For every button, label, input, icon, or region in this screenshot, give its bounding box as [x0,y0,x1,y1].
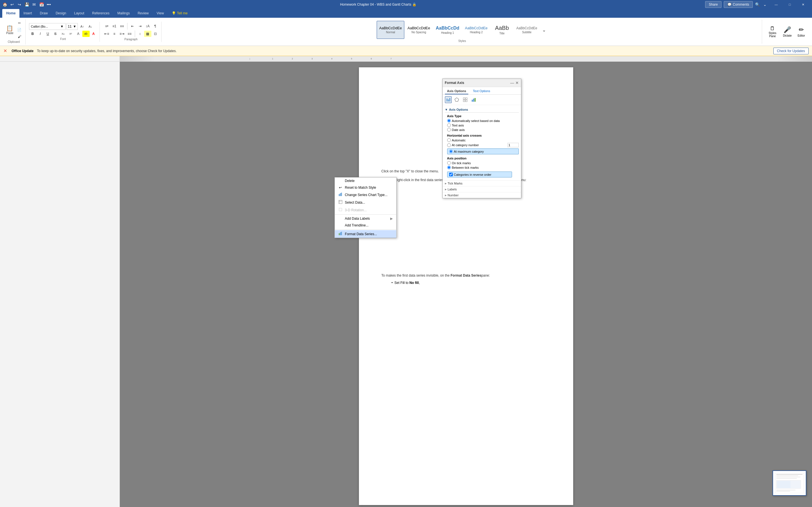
undo-icon[interactable]: ↩ [10,2,15,7]
menu-item-add-trendline[interactable]: Add Trendline... [335,222,396,229]
paste-button[interactable]: 📋 Paste [4,25,15,35]
font-color-button[interactable]: A [90,31,97,37]
radio-text-axis[interactable]: Text axis [447,123,519,127]
font-family-dropdown[interactable]: Calibri (Bo... ▼ [29,23,66,30]
dialog-tab-text-options[interactable]: Text Options [470,88,492,94]
mail-icon[interactable]: ✉ [32,2,37,7]
line-spacing-button[interactable]: ↕ [137,31,144,37]
style-heading2[interactable]: AaBbCcDdEe Heading 2 [462,21,490,39]
font-size-dropdown[interactable]: 11 ▼ [66,23,78,30]
comments-button[interactable]: 💬 Comments [724,1,753,8]
style-no-spacing[interactable]: AaBbCcDdEe No Spacing [405,21,433,39]
copy-button[interactable]: 📄 [16,27,23,33]
save-icon[interactable]: 💾 [24,2,29,7]
check-for-updates-button[interactable]: Check for Updates [773,48,809,54]
radio-on-tick[interactable]: On tick marks [447,161,519,165]
italic-button[interactable]: I [37,31,44,37]
radio-between-tick[interactable]: Between tick marks [447,166,519,169]
radio-maximum-input[interactable] [449,150,453,153]
tab-draw[interactable]: Draw [36,9,52,18]
number-section[interactable]: ▶ Number [443,192,521,198]
redo-icon[interactable]: ↪ [17,2,22,7]
radio-category-input[interactable] [447,144,451,147]
align-right-button[interactable]: ≡⇥ [118,31,126,37]
highlight-color-button[interactable]: ab [82,31,90,37]
tick-marks-section[interactable]: ▶ Tick Marks [443,180,521,186]
menu-item-format-data-series[interactable]: Format Data Series... [335,230,396,238]
tab-layout[interactable]: Layout [70,9,88,18]
gallery-more-button[interactable]: ⌄ [540,27,548,33]
tab-design[interactable]: Design [52,9,70,18]
minimize-button[interactable]: — [770,0,783,9]
strikethrough-button[interactable]: S [52,31,59,37]
close-button[interactable]: ✕ [797,0,810,9]
menu-item-reset[interactable]: ↩ Reset to Match Style [335,184,396,191]
calendar-icon[interactable]: 📅 [39,2,44,7]
dialog-close-button[interactable]: ✕ [515,80,519,85]
text-effects-button[interactable]: A [75,31,82,37]
multilevel-button[interactable]: ≡≡ [118,23,126,29]
maximize-button[interactable]: □ [783,0,796,9]
style-heading1[interactable]: AaBbCcDd Heading 1 [434,21,462,39]
superscript-button[interactable]: X² [67,31,74,37]
tab-references[interactable]: References [88,9,113,18]
at-maximum-category-option[interactable]: At maximum category [447,149,519,154]
increase-indent-button[interactable]: ⇥ [137,23,144,29]
update-bar-close-button[interactable]: ✕ [3,48,7,54]
search-icon[interactable]: 🔍 [755,2,760,7]
align-center-button[interactable]: ≡ [111,31,118,37]
chart-column-icon[interactable] [470,96,477,103]
labels-section[interactable]: ▶ Labels [443,186,521,192]
sort-button[interactable]: ↕A [144,23,151,29]
radio-automatic-input[interactable] [447,138,451,142]
home-icon[interactable]: 🏠 [2,2,7,7]
dialog-minimize-button[interactable]: — [510,80,514,85]
bold-button[interactable]: B [29,31,36,37]
editor-button[interactable]: ✏ Editor [795,25,808,38]
share-button[interactable]: Share [705,1,721,8]
subscript-button[interactable]: X₂ [59,31,67,37]
categories-reverse-option[interactable]: Categories in reverse order [447,172,512,177]
style-title[interactable]: AaBb Title [491,21,513,39]
menu-item-delete[interactable]: Delete [335,177,396,184]
axis-options-header[interactable]: ▼ Axis Options [445,107,519,113]
tab-home[interactable]: Home [2,9,19,18]
format-painter-button[interactable]: 🖌 [16,34,23,40]
shading-button[interactable]: ▩ [144,31,151,37]
dictate-button[interactable]: 🎤 Dictate [781,25,794,38]
decrease-indent-button[interactable]: ⇤ [129,23,136,29]
radio-on-tick-input[interactable] [447,161,451,165]
bar-chart-icon[interactable] [445,96,452,103]
underline-button[interactable]: U [44,31,52,37]
grid-icon[interactable] [462,96,469,103]
tab-view[interactable]: View [153,9,168,18]
ribbon-toggle-icon[interactable]: ⌄ [762,2,767,7]
decrease-font-button[interactable]: A↓ [87,23,94,30]
tab-review[interactable]: Review [134,9,153,18]
radio-auto[interactable]: Automatically select based on data [447,119,519,122]
borders-button[interactable]: ⊡ [152,31,159,37]
styles-pane-button[interactable]: 🗒 StylesPane [765,24,779,39]
category-number-input[interactable] [507,143,519,147]
radio-auto-input[interactable] [447,119,451,122]
bullets-button[interactable]: ≡• [103,23,110,29]
menu-item-add-data-labels[interactable]: Add Data Labels ▶ [335,215,396,222]
menu-item-select-data[interactable]: Select Data... [335,199,396,206]
tab-tell-me[interactable]: 💡 Tell me [168,9,192,18]
radio-text-axis-input[interactable] [447,123,451,127]
numbering-button[interactable]: ≡1 [111,23,118,29]
radio-date-axis-input[interactable] [447,128,451,131]
dialog-tab-axis-options[interactable]: Axis Options [445,88,469,94]
categories-reverse-checkbox[interactable] [449,173,453,176]
style-subtitle[interactable]: AaBbCcDdEe Subtitle [514,21,540,39]
align-left-button[interactable]: ⇤≡ [103,31,110,37]
justify-button[interactable]: ≡≡ [126,31,133,37]
increase-font-button[interactable]: A↑ [79,23,86,30]
more-icon[interactable]: ••• [46,2,51,7]
cut-button[interactable]: ✂ [16,20,23,26]
tab-mailings[interactable]: Mailings [113,9,134,18]
show-marks-button[interactable]: ¶ [152,23,159,29]
radio-between-tick-input[interactable] [447,166,451,169]
style-normal[interactable]: AaBbCcDdEe Normal [377,21,404,39]
menu-item-change-series[interactable]: Change Series Chart Type... [335,191,396,199]
